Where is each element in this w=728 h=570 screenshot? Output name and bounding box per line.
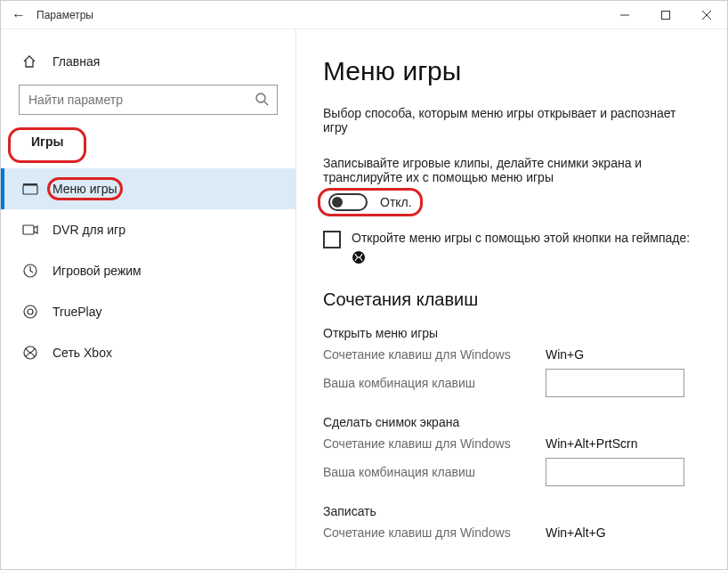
shortcut-windows-label: Сочетание клавиш для Windows bbox=[323, 347, 546, 362]
home-icon bbox=[22, 54, 38, 69]
nav-item-label: Игровой режим bbox=[53, 264, 142, 278]
shortcut-windows-label: Сочетание клавиш для Windows bbox=[323, 525, 546, 540]
nav-item-xbox-network[interactable]: Сеть Xbox bbox=[1, 332, 295, 373]
gamebar-icon bbox=[22, 183, 38, 195]
nav-item-label: TruePlay bbox=[53, 305, 102, 319]
svg-rect-7 bbox=[23, 183, 37, 185]
shortcut-windows-value: Win+Alt+G bbox=[546, 525, 684, 540]
sidebar-section-games: Игры bbox=[13, 131, 81, 159]
nav-item-game-bar[interactable]: Меню игры bbox=[1, 168, 295, 209]
xbox-button-icon bbox=[352, 250, 366, 265]
shortcut-group-screenshot: Сделать снимок экрана Сочетание клавиш д… bbox=[323, 415, 699, 486]
nav-list: Меню игры DVR для игр Игровой режим bbox=[1, 168, 295, 373]
shortcuts-heading: Сочетания клавиш bbox=[323, 289, 699, 310]
page-title: Меню игры bbox=[323, 56, 699, 86]
svg-point-11 bbox=[28, 309, 33, 314]
settings-window: ← Параметры Главная bbox=[0, 0, 728, 570]
nav-item-label: Меню игры bbox=[53, 181, 117, 197]
shortcut-user-label: Ваша комбинация клавиш bbox=[323, 376, 546, 390]
gamepad-checkbox[interactable] bbox=[323, 231, 341, 248]
shortcut-group-record: Записать Сочетание клавиш для Windows Wi… bbox=[323, 504, 699, 540]
close-button[interactable] bbox=[686, 1, 727, 29]
svg-rect-6 bbox=[23, 185, 37, 194]
search-box bbox=[19, 85, 278, 115]
record-toggle-state: Откл. bbox=[380, 195, 412, 209]
record-toggle-highlight: Откл. bbox=[323, 191, 417, 213]
section-title-wrap: Игры bbox=[1, 131, 295, 168]
shortcut-windows-label: Сочетание клавиш для Windows bbox=[323, 436, 546, 451]
minimize-button[interactable] bbox=[604, 1, 645, 29]
shortcut-windows-value: Win+G bbox=[546, 347, 684, 362]
close-icon bbox=[702, 11, 711, 20]
window-title: Параметры bbox=[36, 9, 93, 21]
maximize-icon bbox=[661, 11, 670, 20]
shortcut-user-input-screenshot[interactable] bbox=[546, 458, 684, 486]
record-toggle[interactable] bbox=[328, 193, 368, 211]
xbox-icon bbox=[22, 345, 38, 361]
main-content: Меню игры Выбор способа, которым меню иг… bbox=[296, 29, 727, 569]
nav-item-label: Сеть Xbox bbox=[53, 346, 112, 360]
back-button[interactable]: ← bbox=[1, 7, 36, 23]
nav-home[interactable]: Главная bbox=[1, 54, 295, 85]
dvr-icon bbox=[22, 224, 38, 236]
svg-rect-1 bbox=[662, 11, 670, 19]
shortcut-title: Записать bbox=[323, 504, 699, 518]
maximize-button[interactable] bbox=[645, 1, 686, 29]
search-input[interactable] bbox=[19, 85, 278, 115]
minimize-icon bbox=[620, 11, 629, 20]
shortcut-user-label: Ваша комбинация клавиш bbox=[323, 465, 546, 479]
nav-home-label: Главная bbox=[53, 54, 100, 69]
shortcut-title: Сделать снимок экрана bbox=[323, 415, 699, 429]
toggle-description: Записывайте игровые клипы, делайте снимк… bbox=[323, 156, 697, 184]
shortcut-windows-value: Win+Alt+PrtScrn bbox=[546, 436, 684, 451]
nav-item-trueplay[interactable]: TruePlay bbox=[1, 291, 295, 332]
trueplay-icon bbox=[22, 304, 38, 320]
shortcut-user-input-open[interactable] bbox=[546, 369, 684, 397]
page-description: Выбор способа, которым меню игры открыва… bbox=[323, 106, 697, 134]
shortcut-title: Открыть меню игры bbox=[323, 326, 699, 340]
titlebar: ← Параметры bbox=[1, 1, 727, 29]
nav-item-label: DVR для игр bbox=[53, 223, 125, 237]
shortcut-group-open: Открыть меню игры Сочетание клавиш для W… bbox=[323, 326, 699, 397]
svg-rect-8 bbox=[23, 225, 34, 234]
sidebar: Главная Игры Меню игры bbox=[1, 29, 296, 569]
svg-point-10 bbox=[24, 305, 36, 318]
nav-item-game-mode[interactable]: Игровой режим bbox=[1, 250, 295, 291]
gamepad-checkbox-label: Откройте меню игры с помощью этой кнопки… bbox=[352, 231, 699, 265]
gamemode-icon bbox=[22, 263, 38, 279]
nav-item-game-dvr[interactable]: DVR для игр bbox=[1, 209, 295, 250]
